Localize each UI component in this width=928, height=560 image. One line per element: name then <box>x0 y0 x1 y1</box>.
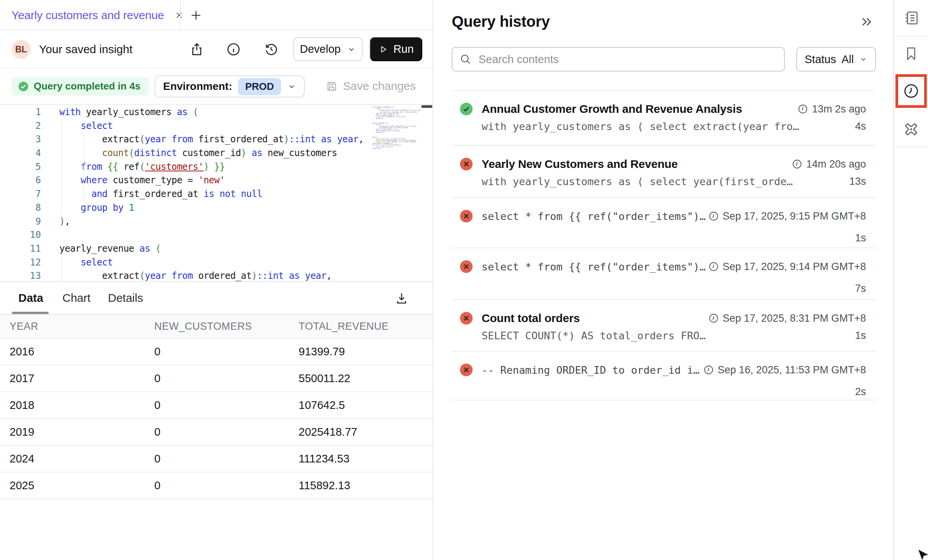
download-icon <box>394 291 409 306</box>
info-icon <box>226 42 241 57</box>
history-item[interactable]: Count total ordersSep 17, 2025, 8:31 PM … <box>452 300 876 352</box>
history-item-query: select * from {{ ref("order_items")… <box>482 261 708 273</box>
history-item[interactable]: select * from {{ ref("order_items")…Sep … <box>452 198 876 248</box>
bookmarks-button[interactable] <box>894 45 928 62</box>
history-item-time: 13m 2s ago <box>797 103 866 115</box>
table-cell: 115892.13 <box>299 479 433 492</box>
table-row[interactable]: 20250115892.13 <box>0 472 433 499</box>
table-cell: 0 <box>154 399 299 412</box>
code-text: extract(year from first_ordered_at)::int… <box>59 133 364 147</box>
history-item[interactable]: -- Renaming ORDER_ID to order_id i…Sep 1… <box>452 352 876 400</box>
clock-icon <box>708 211 719 221</box>
table-row[interactable]: 20170550011.22 <box>0 365 433 392</box>
status-error-icon <box>459 363 473 377</box>
history-item-time: Sep 17, 2025, 8:31 PM GMT+8 <box>708 313 866 324</box>
history-item[interactable]: Yearly New Customers and Revenue14m 20s … <box>452 146 876 198</box>
code-text: from {{ ref('customers') }} <box>59 160 225 174</box>
search-icon <box>459 53 472 65</box>
editor-scrollbar-thumb[interactable] <box>422 105 432 108</box>
chevron-down-icon <box>347 45 356 54</box>
history-item-time: Sep 17, 2025, 9:14 PM GMT+8 <box>708 261 866 273</box>
clock-icon <box>902 82 920 100</box>
environment-label: Environment: <box>163 80 232 93</box>
query-history-rail-button[interactable] <box>895 74 927 108</box>
history-item[interactable]: Annual Customer Growth and Revenue Analy… <box>452 91 876 146</box>
code-text: with yearly_customers as ( <box>59 106 198 119</box>
column-header: YEAR <box>10 321 154 332</box>
results-tab-bar: Data Chart Details <box>0 282 433 314</box>
table-cell: 107642.5 <box>299 399 433 412</box>
collapse-panel-button[interactable] <box>860 15 874 29</box>
run-button[interactable]: Run <box>370 37 422 61</box>
history-item-title: Count total orders <box>482 312 708 325</box>
status-success-icon <box>459 102 473 116</box>
table-cell: 2016 <box>10 345 154 358</box>
history-item-query: SELECT COUNT(*) AS total_orders FRO… <box>482 330 855 342</box>
history-item-duration: 4s <box>855 120 866 132</box>
tab-chart[interactable]: Chart <box>62 282 90 314</box>
active-tab-underline <box>12 312 49 314</box>
status-filter-value: All <box>841 53 854 66</box>
line-number: 3 <box>0 133 41 147</box>
indent-guide <box>61 119 62 215</box>
line-number: 10 <box>0 228 41 242</box>
column-header: NEW_CUSTOMERS <box>154 321 299 332</box>
save-changes-button[interactable]: Save changes <box>325 68 416 104</box>
tab-details[interactable]: Details <box>108 282 143 314</box>
history-item-duration: 7s <box>855 283 866 295</box>
query-history-list: Annual Customer Growth and Revenue Analy… <box>452 90 876 400</box>
history-item-time: Sep 17, 2025, 9:15 PM GMT+8 <box>708 210 866 222</box>
history-item[interactable]: select * from {{ ref("order_items")…Sep … <box>452 248 876 300</box>
history-icon <box>263 42 279 57</box>
search-input[interactable] <box>452 47 785 72</box>
code-line: 13 extract(year from ordered_at)::int as… <box>0 269 433 282</box>
history-item-query: with yearly_customers as ( select year(f… <box>482 176 849 187</box>
rail-divider <box>894 147 928 147</box>
editor-panel: Yearly customers and revenue BL Your sav… <box>0 0 433 560</box>
new-tab-button[interactable] <box>186 0 206 30</box>
clock-icon <box>708 313 719 324</box>
version-history-button[interactable] <box>263 42 279 57</box>
table-row[interactable]: 201902025418.77 <box>0 419 433 446</box>
column-header: TOTAL_REVENUE <box>299 321 433 332</box>
info-button[interactable] <box>226 42 241 57</box>
close-tab-icon[interactable] <box>174 10 184 20</box>
table-row[interactable]: 20180107642.5 <box>0 392 433 419</box>
table-row[interactable]: 2016091399.79 <box>0 339 433 365</box>
environment-selector[interactable]: Environment: PROD <box>155 75 305 98</box>
tab-yearly-customers-and-revenue[interactable]: Yearly customers and revenue <box>0 0 195 30</box>
code-line: 5 from {{ ref('customers') }} <box>0 160 433 174</box>
lineage-button[interactable] <box>894 120 928 138</box>
save-changes-label: Save changes <box>343 80 416 93</box>
table-cell: 0 <box>154 453 299 465</box>
notebook-icon <box>902 9 920 27</box>
status-error-icon <box>459 157 473 171</box>
share-button[interactable] <box>189 42 204 57</box>
table-cell: 111234.53 <box>299 453 433 465</box>
develop-button[interactable]: Develop <box>293 37 363 61</box>
table-row[interactable]: 20240111234.53 <box>0 446 433 472</box>
history-item-time: Sep 16, 2025, 11:53 PM GMT+8 <box>703 364 866 376</box>
status-filter-dropdown[interactable]: Status All <box>796 47 876 72</box>
play-icon <box>378 44 388 54</box>
download-results-button[interactable] <box>394 291 409 306</box>
tab-data[interactable]: Data <box>18 282 43 314</box>
notebook-button[interactable] <box>894 9 928 27</box>
tab-bar: Yearly customers and revenue <box>0 0 433 30</box>
chevron-down-icon <box>859 55 868 63</box>
line-number: 2 <box>0 119 41 133</box>
code-line: 12 select <box>0 256 433 270</box>
code-text: extract(year from ordered_at)::int as ye… <box>59 269 332 282</box>
table-cell: 550011.22 <box>299 372 433 385</box>
history-item-duration: 1s <box>855 330 866 342</box>
indent-guide <box>61 256 62 282</box>
line-number: 9 <box>0 215 41 229</box>
status-error-icon <box>459 311 473 325</box>
table-cell: 91399.79 <box>299 345 433 358</box>
history-item-query: -- Renaming ORDER_ID to order_id i… <box>482 364 703 376</box>
query-history-title: Query history <box>452 13 550 30</box>
results-table-body: 2016091399.7920170550011.2220180107642.5… <box>0 339 433 499</box>
code-line: 4 count(distinct customer_id) as new_cus… <box>0 147 433 160</box>
sql-code-editor[interactable]: 1with yearly_customers as (2 select3 ext… <box>0 104 433 282</box>
editor-minimap[interactable]: with yearly_customers as ( select extrac… <box>372 106 424 233</box>
